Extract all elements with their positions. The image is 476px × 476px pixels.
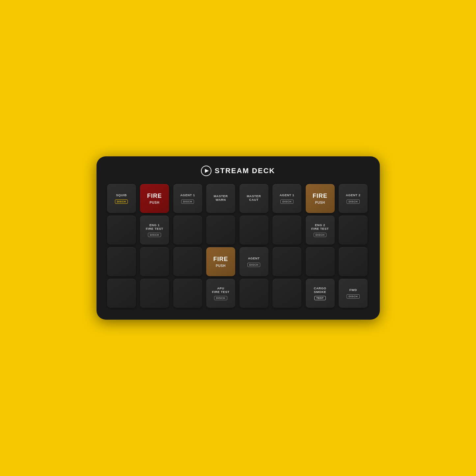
eng1-fire-test-badge: DISCH	[148, 233, 161, 237]
empty-16-button	[239, 279, 268, 308]
empty-14-button	[140, 279, 169, 308]
fire-push-brown-label: FIRE	[313, 193, 327, 200]
agent1-row1-r-badge: DISCH	[280, 199, 293, 204]
stream-deck-panel: STREAM DECK SQUIBDISCHFIREPUSHAGENT 1DIS…	[97, 156, 380, 320]
svg-marker-1	[205, 169, 209, 173]
master-warn-button[interactable]: MASTER WARN	[206, 184, 235, 213]
fire-push-red-button[interactable]: FIREPUSH	[140, 184, 169, 213]
fire-push-red-label: FIRE	[147, 193, 162, 200]
squib-label: SQUIB	[116, 193, 127, 197]
empty-4-button	[239, 216, 268, 245]
empty-15-button	[173, 279, 202, 308]
empty-5-button	[272, 216, 301, 245]
empty-3-button	[206, 216, 235, 245]
apu-fire-test-label: APU FIRE TEST	[212, 286, 229, 294]
squib-button[interactable]: SQUIBDISCH	[107, 184, 136, 213]
agent-disch-button[interactable]: AGENTDISCH	[239, 247, 268, 276]
cargo-smoke-test-label: CARGO SMOKE	[314, 286, 326, 294]
agent1-row1-r-button[interactable]: AGENT 1DISCH	[272, 184, 301, 213]
empty-10-button	[272, 247, 301, 276]
empty-9-button	[173, 247, 202, 276]
fwd-disch-button[interactable]: FWDDISCH	[339, 279, 368, 308]
eng2-fire-test-button[interactable]: ENG 2 FIRE TESTDISCH	[306, 216, 335, 245]
eng1-fire-test-label: ENG 1 FIRE TEST	[146, 223, 163, 231]
agent1-row1-button[interactable]: AGENT 1DISCH	[173, 184, 202, 213]
deck-header: STREAM DECK	[107, 166, 369, 176]
empty-13-button	[107, 279, 136, 308]
fire-push-brown2-label: FIRE	[213, 256, 228, 263]
empty-2-button	[173, 216, 202, 245]
fire-push-brown-sub: PUSH	[315, 201, 325, 204]
fwd-disch-label: FWD	[349, 288, 357, 292]
fire-push-brown2-button[interactable]: FIREPUSH	[206, 247, 235, 276]
fwd-disch-badge: DISCH	[347, 294, 359, 299]
agent1-row1-label: AGENT 1	[180, 193, 195, 197]
empty-17-button	[272, 279, 301, 308]
empty-8-button	[140, 247, 169, 276]
deck-title: STREAM DECK	[215, 167, 275, 175]
agent2-row1-badge: DISCH	[347, 199, 359, 204]
fire-push-red-sub: PUSH	[150, 201, 159, 204]
agent-disch-badge: DISCH	[247, 263, 260, 267]
empty-12-button	[339, 247, 368, 276]
master-caut-button[interactable]: MASTER CAUT	[239, 184, 268, 213]
agent1-row1-badge: DISCH	[181, 199, 194, 204]
button-grid: SQUIBDISCHFIREPUSHAGENT 1DISCHMASTER WAR…	[107, 184, 369, 308]
stream-deck-logo	[201, 166, 211, 176]
cargo-smoke-test-badge: TEST	[314, 296, 325, 300]
agent-disch-label: AGENT	[248, 256, 260, 260]
agent1-row1-r-label: AGENT 1	[280, 193, 294, 197]
empty-7-button	[107, 247, 136, 276]
agent2-row1-button[interactable]: AGENT 2DISCH	[339, 184, 368, 213]
empty-11-button	[306, 247, 335, 276]
eng1-fire-test-button[interactable]: ENG 1 FIRE TESTDISCH	[140, 216, 169, 245]
eng2-fire-test-label: ENG 2 FIRE TEST	[311, 223, 329, 231]
agent2-row1-label: AGENT 2	[346, 193, 361, 197]
empty-1-button	[107, 216, 136, 245]
master-caut-label: MASTER CAUT	[247, 194, 261, 202]
squib-badge: DISCH	[115, 199, 128, 204]
apu-fire-test-button[interactable]: APU FIRE TESTDISCH	[206, 279, 235, 308]
cargo-smoke-test-button[interactable]: CARGO SMOKETEST	[306, 279, 335, 308]
fire-push-brown2-sub: PUSH	[216, 264, 226, 268]
apu-fire-test-badge: DISCH	[214, 296, 227, 300]
fire-push-brown-button[interactable]: FIREPUSH	[306, 184, 335, 213]
empty-6-button	[339, 216, 368, 245]
master-warn-label: MASTER WARN	[213, 194, 228, 202]
eng2-fire-test-badge: DISCH	[314, 233, 326, 237]
